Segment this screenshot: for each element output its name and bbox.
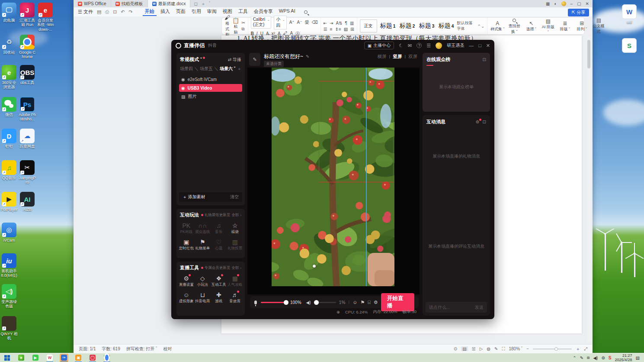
ribbon-tab-工具[interactable]: 工具 [236, 8, 250, 16]
source-item-2[interactable]: ◉USB3 Video [179, 84, 242, 92]
play-view-icon[interactable]: ▷ [480, 346, 483, 351]
send-button[interactable]: 发送 [475, 304, 484, 310]
speaker-icon[interactable]: ◀) [306, 300, 311, 305]
ribbon-tool-公文模式[interactable]: ▤公文模式 [591, 17, 606, 35]
taskbar-live-companion[interactable]: ✑ [60, 354, 68, 362]
popout-icon[interactable]: ⊡ [483, 57, 486, 62]
bullets-icon[interactable]: ⇤ [324, 21, 327, 26]
fit-page-icon[interactable]: ⛶ [502, 346, 505, 352]
screen-mode-横屏[interactable]: 横屏 [378, 54, 387, 60]
style-chip-3[interactable]: 标题2 [399, 19, 416, 32]
taskbar-douyin-store[interactable]: ▣ [74, 354, 83, 362]
document-tab-1[interactable]: WWPS Office [74, 0, 111, 7]
eye-icon[interactable]: ⊙ [454, 346, 457, 351]
desktop-icon-江湖工具箱 Run[interactable]: J↗江湖工具箱 Run [18, 3, 36, 27]
maximize-button[interactable]: □ [478, 43, 481, 48]
style-chip-5[interactable]: 标题4 [438, 19, 455, 32]
add-scene-button[interactable]: ＋ [237, 66, 241, 72]
ribbon-tool-AI 排版[interactable]: ▤AI 排版 ˇ [541, 18, 555, 34]
taskbar-wps[interactable]: W [45, 354, 54, 362]
align-center-icon[interactable]: ≡ [330, 27, 333, 32]
web-view-icon[interactable]: ◍ [487, 346, 490, 351]
cut-icon[interactable]: ✂ [241, 20, 245, 25]
ribbon-tab-开始[interactable]: 开始 [143, 8, 157, 16]
clear-format-icon[interactable]: ⌫ [312, 20, 318, 25]
vertical-scrollbar[interactable] [587, 36, 591, 342]
file-menu[interactable]: ☰ 文件 [78, 9, 93, 15]
columns-icon[interactable]: ▥ [350, 21, 354, 26]
border-icon[interactable]: ⊞ [350, 27, 354, 32]
ribbon-tool-排版[interactable]: ≣排版 ˇ [557, 20, 572, 32]
desktop-icon-iVCam[interactable]: ◎↗iVCam [0, 223, 18, 242]
ribbon-tab-插入[interactable]: 插入 [158, 8, 172, 16]
play-item-福袋[interactable]: ☆福袋 [227, 222, 244, 235]
theme-icon[interactable]: ☾ [399, 43, 403, 48]
desktop-icon-装机助手 8.0(64位)[interactable]: iu↗装机助手 8.0(64位) [0, 253, 18, 278]
tool-item-小玩法[interactable]: ◇小玩法 [195, 275, 211, 288]
desktop-icon-right-1[interactable]: Wuid [620, 4, 638, 24]
scene-tab-1[interactable]: 场景四 [180, 66, 193, 72]
desktop-icon-Google Chrome[interactable]: ↗Google Chrome [18, 35, 36, 59]
text-effect-icon[interactable]: 愛 [305, 19, 309, 26]
tray-display-icon[interactable]: ⧈ [587, 355, 590, 360]
notification-icon[interactable]: ▤ [636, 356, 640, 360]
preview-canvas[interactable] [247, 68, 420, 294]
play-item-礼物投票[interactable]: ▥礼物投票 [227, 238, 244, 251]
style-chip-2[interactable]: 标题1 [379, 19, 397, 32]
align-left-icon[interactable]: ☰ [324, 27, 327, 32]
taskbar-capcut[interactable] [103, 354, 111, 362]
beauty-icon[interactable]: ☺ [352, 300, 357, 305]
style-chip-6[interactable]: 默认段落字体 [457, 19, 475, 32]
taskbar-video-app[interactable]: ▶ [31, 354, 40, 362]
search-icon[interactable] [304, 10, 308, 14]
skin-icon[interactable]: ◐ [554, 1, 557, 6]
paragraph-mark-icon[interactable]: ¶ [345, 21, 347, 26]
desktop-icon-会员分发系统 -Windows-...[interactable]: e↗会员分发系统 -Windows-... [36, 3, 54, 32]
fullscreen-icon[interactable]: ⤢ [584, 346, 587, 352]
desktop-icon-百度网盘[interactable]: ☁↗百度网盘 [18, 129, 36, 149]
decrease-font-icon[interactable]: A⁻ [297, 20, 302, 25]
anchor-center-button[interactable]: ▣ 主播中心 [364, 42, 394, 49]
gift-hall-update-link[interactable]: 礼物展馆更新至 全部 › [201, 213, 241, 218]
status-proofread[interactable]: 校对 [163, 346, 172, 352]
ribbon-tool-查找替换[interactable]: 查找替换 ˇ [507, 17, 522, 35]
page-view-icon[interactable]: ▤ [461, 346, 468, 351]
ribbon-tab-会员专享[interactable]: 会员专享 [252, 8, 275, 16]
taskbar-live-record[interactable]: ◯ [88, 354, 97, 362]
undo-icon[interactable]: ↶ [121, 9, 125, 15]
minimize-button[interactable]: — [469, 43, 474, 48]
font-size-select[interactable]: 小四ˇ [274, 16, 286, 29]
wps-avatar[interactable] [561, 1, 566, 6]
play-item-心愿[interactable]: ♡心愿 [211, 238, 227, 251]
desktop-icon-回收站[interactable]: ♻↗回收站 [0, 35, 18, 55]
menu-icon[interactable]: ☰ [426, 43, 431, 48]
print-icon[interactable]: ⎙ [105, 9, 109, 15]
play-item-PK对战[interactable]: PKPK对战 [178, 222, 195, 235]
desktop-icon-AIZB[interactable]: AI↗AIZB [18, 192, 36, 212]
play-item-定时红包[interactable]: ▣定时红包 [178, 238, 195, 251]
save-icon[interactable]: ▤ [97, 9, 101, 15]
desktop-icon-QQ音乐[interactable]: ♫↗QQ音乐 [0, 160, 18, 180]
feedback-icon[interactable]: ✉ [408, 43, 412, 48]
share-button[interactable]: ⇱ 分享 [568, 9, 589, 16]
edit-mode-icon[interactable]: ✎ [494, 346, 498, 351]
tool-item-直播设置[interactable]: ⚙直播设置 [178, 275, 195, 288]
paste-button[interactable]: 📋粘贴 [232, 17, 239, 35]
edit-title-icon[interactable]: ✎ [249, 53, 260, 66]
popout-icon[interactable]: ⊡ [483, 120, 486, 124]
maximize-button[interactable]: ▢ [577, 1, 581, 6]
live-titlebar[interactable]: 直播伴侣 抖音 ▣ 主播中心 ☾ ✉ ? ☰ 研王遇圣 — □ ✕ [171, 40, 494, 51]
style-chip-1[interactable]: 正文 [360, 19, 377, 32]
clear-button[interactable]: 清空 [230, 194, 239, 200]
tool-item-人气攻略[interactable]: ▦人气攻略 [227, 275, 244, 288]
tab-list-icon[interactable]: ˇ [209, 1, 210, 6]
desktop-icon-此电脑[interactable]: 🖵↗此电脑 [0, 3, 18, 23]
username[interactable]: 研王遇圣 [447, 42, 464, 48]
tool-item-音效库[interactable]: ♬音效库 [227, 291, 244, 304]
tool-item-抖音电商[interactable]: ⊔抖音电商 [195, 291, 211, 304]
tool-item-互动工具[interactable]: ❖互动工具 [211, 275, 227, 288]
screen-mode-竖屏[interactable]: 竖屏 [393, 54, 402, 60]
format-painter-button[interactable]: 🖌格式刷 [224, 14, 230, 38]
user-avatar[interactable] [436, 42, 442, 49]
layout-options-icon[interactable]: ▦ [546, 1, 550, 6]
